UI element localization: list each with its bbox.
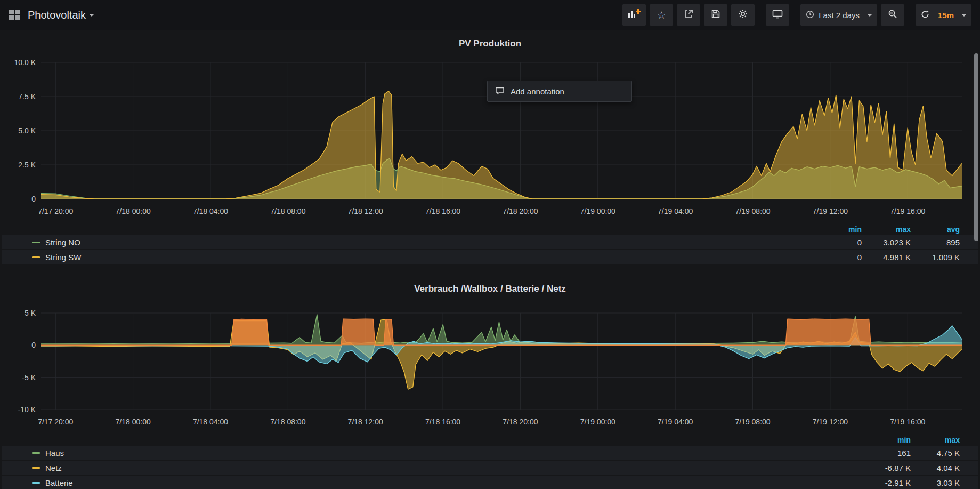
legend-col-max[interactable]: max: [911, 436, 960, 444]
add-annotation-menu-item[interactable]: Add annotation: [487, 81, 632, 102]
series-swatch[interactable]: [32, 482, 40, 484]
gear-icon: [738, 9, 748, 21]
series-label[interactable]: Netz: [45, 463, 62, 472]
stat-max: 4.04 K: [911, 463, 960, 472]
star-icon: ☆: [657, 10, 666, 20]
x-axis-tick-label: 7/19 16:00: [890, 418, 925, 426]
legend-col-avg[interactable]: avg: [911, 225, 960, 234]
x-axis-tick-label: 7/19 08:00: [735, 207, 770, 215]
x-axis-tick-label: 7/19 00:00: [580, 418, 615, 426]
x-axis-tick-label: 7/18 08:00: [270, 207, 305, 215]
star-button[interactable]: ☆: [650, 4, 673, 26]
x-axis-tick-label: 7/18 08:00: [270, 418, 305, 426]
series-area-String SW: [41, 91, 962, 199]
x-axis-tick-label: 7/18 16:00: [425, 418, 460, 426]
x-axis-tick-label: 7/18 20:00: [503, 207, 538, 215]
x-axis-tick-label: 7/19 00:00: [580, 207, 615, 215]
stat-max: 4.981 K: [862, 253, 911, 262]
time-range-label: Last 2 days: [819, 11, 860, 20]
panel-pv-produktion: PV Produktion 10.0 K7.5 K5.0 K2.5 K07/17…: [0, 38, 980, 264]
legend-col-max[interactable]: max: [862, 225, 911, 234]
save-icon: [711, 9, 720, 21]
y-axis-tick-label: -5 K: [22, 373, 36, 382]
legend-pv-produktion: min max avg String NO 0 3.023 K 895 Stri…: [2, 223, 978, 264]
x-axis-tick-label: 7/18 12:00: [347, 207, 383, 215]
legend-col-min[interactable]: min: [813, 225, 862, 234]
time-range-picker[interactable]: Last 2 days: [800, 4, 877, 26]
x-axis-tick-label: 7/19 04:00: [658, 207, 693, 215]
save-button[interactable]: [704, 4, 727, 26]
series-label[interactable]: Batterie: [45, 478, 73, 487]
x-axis-tick-label: 7/18 20:00: [503, 418, 538, 426]
dashboard-title: Photovoltaik: [28, 9, 86, 21]
share-button[interactable]: [677, 4, 700, 26]
x-axis-tick-label: 7/18 00:00: [115, 418, 150, 426]
add-panel-button[interactable]: [622, 4, 646, 26]
series-label[interactable]: String SW: [45, 253, 82, 262]
zoom-out-icon: [888, 9, 897, 21]
series-swatch[interactable]: [32, 256, 40, 258]
legend-row-batterie: Batterie -2.91 K 3.03 K: [2, 476, 978, 489]
share-icon: [684, 9, 693, 21]
zoom-out-button[interactable]: [881, 4, 904, 26]
y-axis-tick-label: 5.0 K: [18, 126, 36, 135]
navbar: Photovoltaik ☆: [0, 0, 980, 30]
stat-avg: 895: [911, 238, 960, 247]
legend-row-string-sw: String SW 0 4.981 K 1.009 K: [2, 250, 978, 264]
legend-row-string-no: String NO 0 3.023 K 895: [2, 235, 978, 249]
chevron-down-icon: [90, 14, 94, 17]
add-panel-icon: [628, 9, 641, 21]
legend-row-haus: Haus 161 4.75 K: [2, 446, 978, 460]
x-axis-tick-label: 7/18 16:00: [425, 207, 460, 215]
y-axis-tick-label: 2.5 K: [18, 161, 36, 169]
x-axis-tick-label: 7/17 20:00: [38, 207, 73, 215]
legend-row-netz: Netz -6.87 K 4.04 K: [2, 461, 978, 475]
panel-title[interactable]: PV Produktion: [0, 38, 980, 50]
series-swatch[interactable]: [32, 452, 40, 454]
legend-header: min max: [2, 434, 978, 446]
y-axis-tick-label: 7.5 K: [18, 92, 36, 101]
chevron-down-icon: [868, 14, 872, 17]
stat-min: -6.87 K: [862, 463, 911, 472]
comment-icon: [495, 86, 505, 97]
x-axis-tick-label: 7/18 00:00: [115, 207, 150, 215]
clock-icon: [806, 10, 814, 20]
scrollbar-track: [973, 30, 980, 489]
legend-header: min max avg: [2, 223, 978, 235]
y-axis-tick-label: -10 K: [18, 405, 36, 414]
legend-col-min[interactable]: min: [862, 436, 911, 444]
y-axis-tick-label: 5 K: [24, 309, 36, 317]
chevron-down-icon: [962, 14, 966, 17]
stat-min: -2.91 K: [862, 478, 911, 487]
legend-verbrauch: min max Haus 161 4.75 K Netz -6.87 K 4.0…: [2, 434, 978, 489]
scrollbar-thumb[interactable]: [974, 53, 978, 241]
cycle-view-button[interactable]: [766, 4, 789, 26]
dashboard-title-dropdown[interactable]: Photovoltaik: [27, 9, 94, 21]
stat-max: 3.03 K: [911, 478, 960, 487]
x-axis-tick-label: 7/17 20:00: [38, 418, 73, 426]
x-axis-tick-label: 7/19 12:00: [812, 207, 847, 215]
stat-min: 0: [813, 238, 862, 247]
pv-produktion-chart[interactable]: 10.0 K7.5 K5.0 K2.5 K07/17 20:007/18 00:…: [3, 52, 978, 220]
refresh-button[interactable]: 15m: [916, 4, 971, 26]
series-label[interactable]: Haus: [45, 448, 64, 458]
add-annotation-label: Add annotation: [511, 87, 564, 96]
series-swatch[interactable]: [32, 467, 40, 469]
series-swatch[interactable]: [32, 242, 40, 243]
refresh-interval-dropdown[interactable]: 15m: [938, 11, 954, 20]
panel-verbrauch: Verbrauch /Wallbox / Batterie / Netz 5 K…: [0, 283, 980, 489]
settings-button[interactable]: [731, 4, 755, 26]
y-axis-tick-label: 10.0 K: [14, 58, 36, 67]
y-axis-tick-label: 0: [31, 341, 36, 349]
panel-title[interactable]: Verbrauch /Wallbox / Batterie / Netz: [0, 283, 980, 295]
series-label[interactable]: String NO: [45, 238, 80, 247]
grid-icon[interactable]: [9, 9, 20, 21]
refresh-icon: [921, 10, 929, 20]
y-axis-tick-label: 0: [31, 195, 36, 203]
verbrauch-chart[interactable]: 5 K0-5 K-10 K7/17 20:007/18 00:007/18 04…: [3, 299, 978, 431]
x-axis-tick-label: 7/18 04:00: [192, 207, 228, 215]
x-axis-tick-label: 7/18 12:00: [347, 418, 383, 426]
x-axis-tick-label: 7/19 08:00: [735, 418, 770, 426]
x-axis-tick-label: 7/19 12:00: [812, 418, 847, 426]
x-axis-tick-label: 7/19 04:00: [658, 418, 693, 426]
